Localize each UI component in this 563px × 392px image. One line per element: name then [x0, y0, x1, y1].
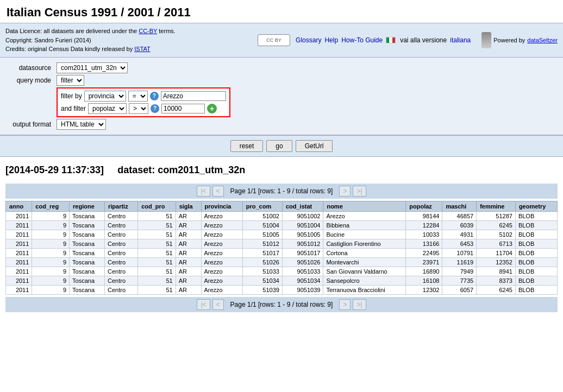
cell-popolaz: 10033 — [406, 230, 442, 239]
cell-popolaz: 98144 — [406, 211, 442, 220]
cell-maschi: 46857 — [442, 211, 477, 220]
cell-anno: 2011 — [6, 211, 32, 220]
cell-femmine: 8373 — [477, 276, 516, 285]
col-header-cod_istat: cod_istat — [282, 201, 323, 211]
credits-text: Credits: original Census Data kindly rel… — [5, 46, 134, 52]
istat-link[interactable]: ISTAT — [134, 46, 151, 52]
cell-cod_pro: 51 — [138, 285, 176, 294]
cell-maschi: 4931 — [442, 230, 477, 239]
andfilter-row: and filter popolaz > ? + — [61, 103, 226, 114]
cell-regione: Toscana — [70, 267, 105, 276]
cell-pro_com: 51002 — [242, 211, 282, 220]
col-header-cod_reg: cod_reg — [32, 201, 70, 211]
filter-value-input[interactable] — [161, 91, 226, 101]
go-button[interactable]: go — [266, 140, 292, 152]
reset-button[interactable]: reset — [230, 140, 264, 152]
filter-op-select[interactable]: = — [128, 91, 148, 102]
col-header-nome: nome — [323, 201, 406, 211]
filter-help-icon[interactable]: ? — [150, 92, 159, 100]
cell-femmine: 6245 — [477, 220, 516, 230]
cell-popolaz: 22495 — [406, 248, 442, 257]
cell-regione: Toscana — [70, 248, 105, 257]
prev-page-btn-top[interactable]: < — [212, 186, 224, 197]
cell-geometry: BLOB — [515, 230, 557, 239]
cell-ripartiz: Centro — [105, 211, 138, 220]
cell-anno: 2011 — [6, 267, 32, 276]
dataseltzer-link[interactable]: dataSeltzer — [527, 37, 558, 43]
col-header-cod_pro: cod_pro — [138, 201, 176, 211]
glossary-link[interactable]: Glossary — [296, 36, 321, 44]
results-timestamp: [2014-05-29 11:37:33] — [5, 165, 104, 175]
help-link[interactable]: Help — [324, 36, 338, 44]
cell-maschi: 7949 — [442, 267, 477, 276]
italiana-link[interactable]: italiana — [450, 36, 471, 44]
cell-nome: Sansepolcro — [323, 276, 406, 285]
cell-sigla: AR — [176, 211, 201, 220]
col-header-geometry: geometry — [515, 201, 557, 211]
cell-cod_istat: 9051005 — [282, 230, 323, 239]
col-header-maschi: maschi — [442, 201, 477, 211]
last-page-btn-bottom[interactable]: >| — [353, 299, 366, 310]
andfilter-label: and filter — [61, 105, 86, 112]
geturl-button[interactable]: GetUrl — [296, 140, 333, 152]
col-header-regione: regione — [70, 201, 105, 211]
cell-cod_reg: 9 — [32, 267, 70, 276]
cell-pro_com: 51026 — [242, 257, 282, 267]
cell-ripartiz: Centro — [105, 276, 138, 285]
cell-anno: 2011 — [6, 239, 32, 248]
table-row: 20119ToscanaCentro51ARArezzo510059051005… — [6, 230, 558, 239]
cell-maschi: 6039 — [442, 220, 477, 230]
cell-regione: Toscana — [70, 220, 105, 230]
howto-link[interactable]: How-To Guide — [341, 36, 383, 44]
cell-cod_reg: 9 — [32, 257, 70, 267]
results-dataset-label: dataset: — [117, 165, 155, 175]
andfilter-field-select[interactable]: popolaz — [88, 103, 127, 114]
cell-cod_pro: 51 — [138, 248, 176, 257]
cell-cod_reg: 9 — [32, 220, 70, 230]
header-info: Data Licence: all datasets are delivered… — [5, 27, 252, 54]
outputformat-select[interactable]: HTML table — [57, 119, 106, 130]
outputformat-row: output format HTML table — [5, 119, 558, 130]
filter-field-select[interactable]: provincia — [84, 91, 126, 102]
cell-femmine: 51287 — [477, 211, 516, 220]
cell-cod_pro: 51 — [138, 257, 176, 267]
datasource-select[interactable]: com2011_utm_32n — [57, 62, 128, 73]
cell-pro_com: 51004 — [242, 220, 282, 230]
first-page-btn-bottom[interactable]: |< — [197, 299, 210, 310]
cell-geometry: BLOB — [515, 239, 557, 248]
cell-provincia: Arezzo — [201, 257, 242, 267]
cell-maschi: 6453 — [442, 239, 477, 248]
prev-page-btn-bottom[interactable]: < — [212, 299, 224, 310]
cell-cod_istat: 9051034 — [282, 276, 323, 285]
licence-text2: terms. — [157, 28, 176, 34]
cell-popolaz: 16108 — [406, 276, 442, 285]
cell-ripartiz: Centro — [105, 220, 138, 230]
first-page-btn-top[interactable]: |< — [197, 186, 210, 197]
col-header-provincia: provincia — [201, 201, 242, 211]
cell-ripartiz: Centro — [105, 257, 138, 267]
cell-geometry: BLOB — [515, 220, 557, 230]
cell-ripartiz: Centro — [105, 230, 138, 239]
add-filter-icon[interactable]: + — [207, 104, 217, 113]
andfilter-op-select[interactable]: > — [129, 103, 148, 114]
buttons-row: reset go GetUrl — [0, 136, 563, 157]
andfilter-help-icon[interactable]: ? — [151, 104, 159, 113]
table-row: 20119ToscanaCentro51ARArezzo510349051034… — [6, 276, 558, 285]
cell-cod_reg: 9 — [32, 211, 70, 220]
cell-geometry: BLOB — [515, 211, 557, 220]
cc-by-link[interactable]: CC-BY — [139, 28, 157, 34]
cell-femmine: 6713 — [477, 239, 516, 248]
cell-sigla: AR — [176, 239, 201, 248]
col-header-ripartiz: ripartiz — [105, 201, 138, 211]
cell-femmine: 8941 — [477, 267, 516, 276]
querymode-select[interactable]: filter — [57, 75, 84, 86]
cell-cod_pro: 51 — [138, 230, 176, 239]
andfilter-value-input[interactable] — [161, 104, 205, 113]
cell-regione: Toscana — [70, 230, 105, 239]
next-page-btn-top[interactable]: > — [339, 186, 351, 197]
cell-provincia: Arezzo — [201, 239, 242, 248]
page-info-bottom: Page 1/1 [rows: 1 - 9 / total rows: 9] — [226, 300, 337, 309]
next-page-btn-bottom[interactable]: > — [339, 299, 351, 310]
cell-anno: 2011 — [6, 257, 32, 267]
last-page-btn-top[interactable]: >| — [353, 186, 366, 197]
